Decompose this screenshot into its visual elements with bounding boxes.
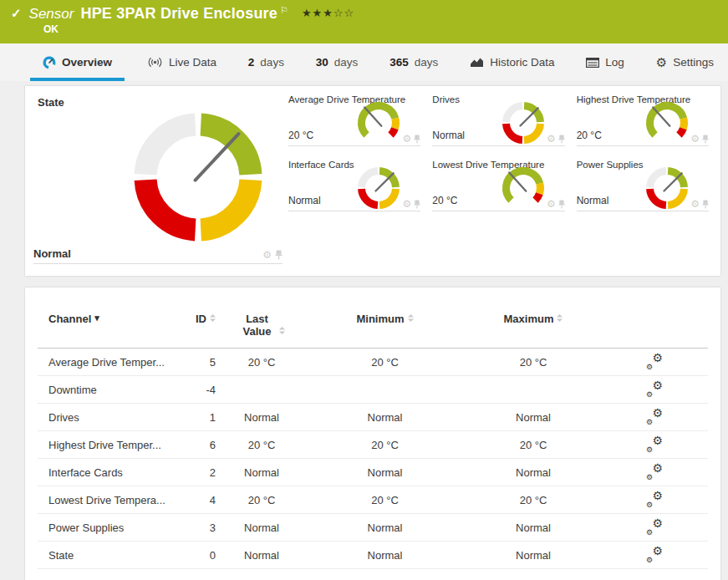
state-gauge[interactable] <box>127 106 269 248</box>
tab-label: Log <box>605 56 624 69</box>
channel-last-value: Normal <box>216 521 308 534</box>
tab-number: 30 <box>316 56 328 69</box>
gauge-settings-icon[interactable]: ⚙ <box>690 199 700 209</box>
tab-historic-data[interactable]: Historic Data <box>461 47 563 81</box>
sort-icon <box>557 314 563 322</box>
gauge-value: 20 °C <box>432 195 457 206</box>
channel-maximum: Normal <box>462 549 604 562</box>
tab-label: Overview <box>62 56 112 69</box>
channel-maximum: Normal <box>462 411 604 424</box>
channel-link[interactable]: Downtime <box>48 384 97 396</box>
channel-id: -4 <box>182 384 216 396</box>
pin-icon[interactable] <box>702 135 709 144</box>
sort-icon <box>210 314 216 322</box>
gauge-tile-average-drive-temperature[interactable]: Average Drive Temperature 20 °C ⚙ <box>288 91 420 146</box>
tab-30-days[interactable]: 30 days <box>307 47 368 81</box>
table-header: Channel ▾ ID Last Value Minimum Maximum <box>38 287 708 349</box>
channel-link[interactable]: Drives <box>48 411 79 424</box>
column-header-id[interactable]: ID <box>182 313 216 325</box>
gauge-settings-icon[interactable]: ⚙ <box>690 134 700 144</box>
gauge-value: Normal <box>432 130 465 141</box>
table-body: Average Drive Temper... 5 20 °C 20 °C 20… <box>25 349 720 569</box>
pin-icon[interactable] <box>414 135 420 144</box>
channel-link[interactable]: Highest Drive Temper... <box>48 439 161 451</box>
channel-settings-icon[interactable]: ⚙⚙ <box>646 463 663 479</box>
sensor-status: OK <box>43 23 728 35</box>
table-row: State 0 Normal Normal Normal ⚙⚙ <box>38 542 708 569</box>
column-header-channel[interactable]: Channel ▾ <box>48 313 182 325</box>
tab-number: 2 <box>248 56 255 69</box>
gauge-settings-icon[interactable]: ⚙ <box>403 199 412 209</box>
tab-label: Historic Data <box>490 56 554 69</box>
channel-settings-icon[interactable]: ⚙⚙ <box>646 491 663 506</box>
channel-settings-icon[interactable]: ⚙⚙ <box>646 518 663 534</box>
channel-last-value: 20 °C <box>216 494 308 506</box>
channel-last-value: Normal <box>216 466 308 479</box>
gauge-settings-icon[interactable]: ⚙ <box>547 199 556 209</box>
channel-id: 4 <box>182 494 216 506</box>
channel-settings-icon[interactable]: ⚙⚙ <box>646 353 663 369</box>
gauge-settings-icon[interactable]: ⚙ <box>262 250 272 260</box>
channel-maximum: Normal <box>462 466 604 479</box>
column-header-maximum[interactable]: Maximum <box>462 313 604 325</box>
tab-number: 365 <box>389 56 409 69</box>
pin-icon[interactable] <box>558 135 565 144</box>
ok-check-icon: ✓ <box>11 6 22 21</box>
gauge-tile-interface-cards[interactable]: Interface Cards Normal ⚙ <box>288 156 420 211</box>
channel-link[interactable]: Power Supplies <box>48 521 124 534</box>
channel-link[interactable]: Lowest Drive Tempera... <box>48 494 165 506</box>
temperature-gauge <box>355 99 402 146</box>
tab-overview[interactable]: Overview <box>30 47 125 81</box>
channel-minimum: Normal <box>308 521 462 534</box>
gauge-tile-lowest-drive-temperature[interactable]: Lowest Drive Temperature 20 °C ⚙ <box>432 156 564 211</box>
sort-icon <box>408 314 414 322</box>
table-row: Power Supplies 3 Normal Normal Normal ⚙⚙ <box>38 514 708 542</box>
pin-icon[interactable] <box>702 200 709 209</box>
column-label: Last Value <box>239 313 276 338</box>
channel-settings-icon[interactable]: ⚙⚙ <box>646 435 663 451</box>
main-gauge-title: State <box>38 96 64 109</box>
pin-icon[interactable] <box>414 200 420 209</box>
tab-label: days <box>334 56 359 69</box>
gauge-tile-power-supplies[interactable]: Power Supplies Normal ⚙ <box>577 156 709 211</box>
gauge-value: 20 °C <box>288 130 313 141</box>
gauge-tile-drives[interactable]: Drives Normal ⚙ <box>432 91 564 146</box>
flag-icon[interactable]: ⚐ <box>280 5 288 16</box>
gauges-panel: State Normal ⚙ Average Drive Temperature… <box>25 86 720 276</box>
tab-bar: Overview Live Data 2 days 30 days 365 da… <box>0 43 728 81</box>
channel-minimum: Normal <box>308 411 462 424</box>
main-gauge-footer: Normal ⚙ <box>33 247 283 264</box>
channel-settings-icon[interactable]: ⚙⚙ <box>646 380 663 396</box>
channel-link[interactable]: Interface Cards <box>48 466 123 479</box>
chevron-down-icon: ▾ <box>94 313 99 323</box>
channel-maximum: 20 °C <box>462 356 604 369</box>
tab-live-data[interactable]: Live Data <box>138 47 226 81</box>
tab-2-days[interactable]: 2 days <box>239 47 293 81</box>
channel-minimum: Normal <box>308 466 462 479</box>
tab-settings[interactable]: ⚙ Settings <box>647 47 723 81</box>
table-row: Interface Cards 2 Normal Normal Normal ⚙… <box>38 459 708 486</box>
channel-minimum: 20 °C <box>308 494 462 506</box>
table-row: Highest Drive Temper... 6 20 °C 20 °C 20… <box>38 431 708 459</box>
channel-settings-icon[interactable]: ⚙⚙ <box>646 546 663 562</box>
table-row: Downtime -4 ⚙⚙ <box>38 376 708 404</box>
tab-365-days[interactable]: 365 days <box>380 47 447 81</box>
channel-link[interactable]: State <box>48 549 74 562</box>
tab-label: Settings <box>673 56 714 69</box>
gauge-settings-icon[interactable]: ⚙ <box>403 134 412 144</box>
status-gauge <box>355 165 402 211</box>
status-gauge <box>500 99 547 146</box>
channel-settings-icon[interactable]: ⚙⚙ <box>646 408 663 424</box>
gauge-tile-highest-drive-temperature[interactable]: Highest Drive Temperature 20 °C ⚙ <box>577 91 709 146</box>
pin-icon[interactable] <box>275 250 283 260</box>
priority-stars[interactable]: ★★★☆☆ <box>302 7 354 19</box>
gauge-settings-icon[interactable]: ⚙ <box>547 134 556 144</box>
tab-log[interactable]: Log <box>577 47 634 81</box>
pin-icon[interactable] <box>558 200 565 209</box>
channel-id: 5 <box>182 356 216 369</box>
column-header-minimum[interactable]: Minimum <box>308 313 462 325</box>
channel-link[interactable]: Average Drive Temper... <box>48 356 165 369</box>
mini-gauge-grid: Average Drive Temperature 20 °C ⚙ Drives… <box>288 91 709 211</box>
column-header-last-value[interactable]: Last Value <box>216 313 308 338</box>
table-row: Average Drive Temper... 5 20 °C 20 °C 20… <box>38 349 708 376</box>
